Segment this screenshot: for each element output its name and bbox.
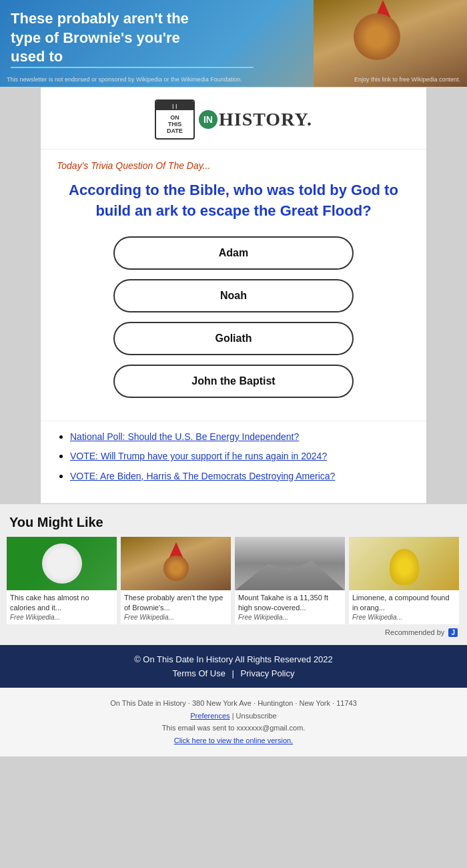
banner-footnote-left: This newsletter is not endorsed or spons…	[7, 76, 242, 83]
footer-privacy-link[interactable]: Privacy Policy	[241, 668, 295, 678]
might-like-thumb-4	[349, 537, 459, 590]
logo-history-text: HISTORY.	[219, 109, 312, 130]
link-biden-vote[interactable]: VOTE: Are Biden, Harris & The Democrats …	[70, 471, 335, 481]
footer-view-online-link[interactable]: Click here to view the online version.	[174, 736, 294, 744]
footer-copyright: © On This Date In History All Rights Res…	[7, 654, 460, 664]
footer-address: On This Date in History · 380 New York A…	[13, 697, 454, 710]
lemon-fruit-shape	[390, 549, 419, 585]
links-list: National Poll: Should the U.S. Be Energy…	[67, 431, 410, 483]
might-like-source-3: Free Wikipedia...	[235, 614, 345, 624]
banner-image	[314, 0, 467, 87]
footer-email-notice: This email was sent to xxxxxxx@gmail.com…	[13, 722, 454, 734]
might-like-section: You Might Like This cake has almost no c…	[0, 504, 467, 645]
might-like-grid: This cake has almost no calories and it.…	[7, 537, 460, 624]
footer-light: On This Date in History · 380 New York A…	[0, 688, 467, 756]
might-like-thumb-1	[7, 537, 117, 590]
footer-prefs-line: Preferences | Unsubscribe	[13, 710, 454, 722]
banner-line1: These probably aren't the	[11, 9, 268, 29]
might-like-item-1[interactable]: This cake has almost no calories and it.…	[7, 537, 117, 624]
food-circle	[42, 544, 82, 584]
banner-footnote: This newsletter is not endorsed or spons…	[0, 76, 467, 83]
might-like-source-1: Free Wikipedia...	[7, 614, 117, 624]
recommended-label: Recommended by	[385, 628, 444, 636]
banner-underline	[11, 67, 254, 68]
might-like-thumb-3	[235, 537, 345, 590]
might-like-title: You Might Like	[7, 515, 460, 530]
might-like-thumb-2	[121, 537, 231, 590]
footer-divider: |	[232, 668, 237, 678]
gnome-face-decoration	[354, 13, 400, 60]
might-like-caption-3: Mount Takahe is a 11,350 ft high snow-co…	[235, 590, 345, 614]
main-content-box: | | ON THIS DATE IN HISTORY. Today's Tri…	[40, 87, 427, 504]
list-item: VOTE: Will Trump have your support if he…	[70, 450, 410, 463]
footer-terms-link[interactable]: Terms Of Use	[172, 668, 225, 678]
might-like-item-3[interactable]: Mount Takahe is a 11,350 ft high snow-co…	[235, 537, 345, 624]
banner-line2: type of Brownie's you're	[11, 29, 268, 48]
logo-date-text: DATE	[167, 128, 183, 134]
might-like-source-4: Free Wikipedia...	[349, 614, 459, 624]
answer-button-noah[interactable]: Noah	[113, 279, 354, 312]
logo-history-label: HISTORY	[219, 109, 307, 130]
trivia-label: Today's Trivia Question Of The Day...	[57, 160, 410, 171]
list-item: National Poll: Should the U.S. Be Energy…	[70, 431, 410, 444]
might-like-caption-2: These probably aren't the type of Browni…	[121, 590, 231, 614]
gnome-face-small	[163, 556, 189, 581]
rec-badge: J	[448, 628, 458, 637]
logo-cal-body: ON THIS DATE	[167, 110, 183, 138]
might-like-caption-1: This cake has almost no calories and it.…	[7, 590, 117, 614]
logo-cal-rings: | |	[172, 103, 177, 108]
link-national-poll[interactable]: National Poll: Should the U.S. Be Energy…	[70, 431, 299, 442]
might-like-item-4[interactable]: Limonene, a compound found in orang... F…	[349, 537, 459, 624]
banner-line3: used to	[11, 47, 268, 67]
banner-text: These probably aren't the type of Browni…	[11, 9, 268, 67]
trivia-question: According to the Bible, who was told by …	[57, 180, 410, 222]
answer-button-john-the-baptist[interactable]: John the Baptist	[113, 365, 354, 398]
logo-history-dot: .	[307, 109, 312, 130]
link-trump-vote[interactable]: VOTE: Will Trump have your support if he…	[70, 451, 327, 461]
logo-calendar: | | ON THIS DATE	[155, 99, 195, 140]
footer-view-online-line: Click here to view the online version.	[13, 734, 454, 747]
footer-dark: © On This Date In History All Rights Res…	[0, 645, 467, 688]
recommended-bar: Recommended by J	[7, 624, 460, 638]
might-like-item-2[interactable]: These probably aren't the type of Browni…	[121, 537, 231, 624]
might-like-caption-4: Limonene, a compound found in orang...	[349, 590, 459, 614]
banner-footnote-right: Enjoy this link to free Wikipedia conten…	[354, 76, 460, 83]
answer-button-adam[interactable]: Adam	[113, 236, 354, 270]
logo-area: | | ON THIS DATE IN HISTORY.	[41, 87, 426, 150]
footer-preferences-link[interactable]: Preferences	[190, 712, 229, 720]
footer-unsubscribe: Unsubscribe	[236, 712, 277, 720]
might-like-source-2: Free Wikipedia...	[121, 614, 231, 624]
mountain-shape	[235, 557, 345, 590]
answer-button-goliath[interactable]: Goliath	[113, 322, 354, 355]
page-wrapper: These probably aren't the type of Browni…	[0, 0, 467, 756]
links-section: National Poll: Should the U.S. Be Energy…	[41, 421, 426, 504]
logo-cal-top: | |	[156, 101, 193, 110]
list-item: VOTE: Are Biden, Harris & The Democrats …	[70, 470, 410, 483]
logo-on-text: ON	[170, 114, 179, 121]
footer-links: Terms Of Use | Privacy Policy	[7, 668, 460, 678]
logo-this-text: THIS	[168, 121, 182, 128]
trivia-section: Today's Trivia Question Of The Day... Ac…	[41, 150, 426, 421]
banner: These probably aren't the type of Browni…	[0, 0, 467, 87]
logo-in-circle: IN	[199, 110, 217, 129]
